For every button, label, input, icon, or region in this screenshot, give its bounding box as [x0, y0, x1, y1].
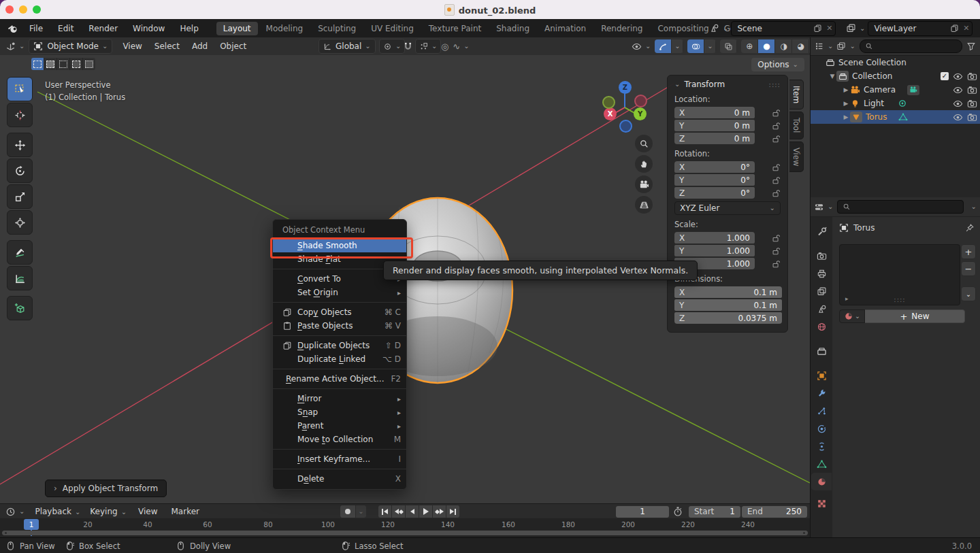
- rotation-y-field[interactable]: Y0°: [674, 174, 755, 186]
- apply-object-transform-panel[interactable]: › Apply Object Transform: [45, 480, 167, 497]
- pan-view-button[interactable]: [635, 155, 653, 173]
- tab-rendering[interactable]: Rendering: [594, 22, 649, 35]
- shading-solid-button[interactable]: ●: [758, 39, 775, 53]
- expand-icon[interactable]: ▶: [842, 100, 850, 107]
- row-collection[interactable]: ▼ Collection ✓: [811, 69, 980, 83]
- remove-viewlayer-icon[interactable]: ✕: [963, 24, 969, 33]
- tab-world-properties[interactable]: [811, 318, 832, 335]
- menu-help[interactable]: Help: [172, 24, 206, 33]
- expand-icon[interactable]: ▶: [842, 86, 850, 93]
- dimensions-x-field[interactable]: X0.1 m: [674, 286, 782, 298]
- tab-modifier-properties[interactable]: [811, 384, 832, 402]
- disable-render-icon[interactable]: [967, 99, 977, 109]
- properties-options-icon[interactable]: ⌄: [971, 204, 977, 210]
- display-mode-dropdown[interactable]: ⌄: [815, 41, 833, 51]
- show-overlays-toggle[interactable]: [687, 39, 704, 53]
- transform-orientation-dropdown[interactable]: Global⌄: [318, 39, 376, 54]
- tab-compositing[interactable]: Compositing: [651, 22, 715, 35]
- panel-title[interactable]: Transform: [684, 80, 725, 89]
- rotation-mode-dropdown[interactable]: XYZ Euler⌄: [674, 201, 781, 215]
- current-frame-field[interactable]: 1: [616, 506, 669, 518]
- tab-object-properties[interactable]: [811, 367, 832, 384]
- location-z-field[interactable]: Z0 m: [674, 133, 755, 144]
- lock-icon[interactable]: [771, 108, 781, 118]
- expand-icon[interactable]: ▸: [845, 295, 849, 302]
- collection-checkbox[interactable]: ✓: [941, 72, 949, 80]
- select-mode-new[interactable]: [31, 58, 44, 70]
- rotation-z-field[interactable]: Z0°: [674, 187, 755, 199]
- tab-texture-paint[interactable]: Texture Paint: [422, 22, 488, 35]
- gizmo-minus-x-axis[interactable]: [634, 95, 647, 107]
- pin-icon[interactable]: [965, 223, 975, 233]
- menu-item-shade-smooth[interactable]: Shade Smooth: [273, 239, 406, 252]
- material-slot-list[interactable]: ▸ ::::: [839, 244, 960, 305]
- tab-constraint-properties[interactable]: [811, 437, 832, 455]
- play-reverse-button[interactable]: [406, 505, 419, 518]
- tool-move[interactable]: [7, 133, 33, 157]
- tab-layout[interactable]: Layout: [216, 22, 258, 35]
- tab-animation[interactable]: Animation: [538, 22, 593, 35]
- new-viewlayer-icon[interactable]: [950, 24, 959, 33]
- expand-icon[interactable]: ▶: [842, 114, 850, 120]
- menu-item-delete[interactable]: DeleteX: [273, 472, 406, 486]
- new-scene-icon[interactable]: [813, 24, 822, 33]
- snap-target-dropdown[interactable]: ⌄: [415, 39, 441, 54]
- menu-keying[interactable]: Keying⌄: [85, 507, 131, 516]
- remove-slot-button[interactable]: −: [961, 261, 976, 276]
- tab-texture-properties[interactable]: [811, 495, 832, 512]
- row-torus[interactable]: ▶ Torus: [811, 110, 980, 124]
- collapse-panel-icon[interactable]: ⌄: [674, 82, 680, 87]
- select-mode-invert[interactable]: [70, 58, 83, 70]
- lock-icon[interactable]: [771, 259, 781, 269]
- row-scene-collection[interactable]: Scene Collection: [811, 56, 980, 69]
- shading-wireframe-button[interactable]: ⊕: [741, 39, 758, 53]
- auto-keying-record-button[interactable]: [340, 505, 355, 518]
- menu-item-paste-objects[interactable]: Paste Objects⌘ V: [273, 319, 406, 333]
- scene-browse-icon[interactable]: ⌄: [709, 23, 728, 33]
- tab-render-properties[interactable]: [811, 247, 832, 265]
- slot-specials-button[interactable]: ⌄: [961, 286, 976, 301]
- overlays-dropdown[interactable]: ⌄: [704, 39, 716, 53]
- tool-add-cube[interactable]: [7, 296, 33, 320]
- tool-transform[interactable]: [7, 210, 33, 235]
- menu-edit[interactable]: Edit: [50, 24, 81, 33]
- gizmo-x-axis[interactable]: X: [604, 107, 617, 120]
- location-y-field[interactable]: Y0 m: [674, 120, 755, 131]
- menu-marker[interactable]: Marker: [165, 507, 206, 516]
- tab-tool[interactable]: Tool: [789, 112, 804, 139]
- tool-annotate[interactable]: [7, 240, 33, 265]
- menu-playback[interactable]: Playback⌄: [30, 507, 85, 516]
- tool-scale[interactable]: [7, 184, 33, 209]
- gizmo-y-axis[interactable]: Y: [634, 107, 647, 120]
- select-mode-intersect[interactable]: [83, 58, 95, 70]
- tab-object-data-properties[interactable]: [811, 455, 832, 473]
- unlink-scene-icon[interactable]: ✕: [826, 24, 832, 33]
- editor-type-icon[interactable]: ⌄: [5, 41, 24, 52]
- menu-select[interactable]: Select: [148, 41, 186, 51]
- tab-sculpting[interactable]: Sculpting: [311, 22, 363, 35]
- scene-name-field[interactable]: Scene ✕: [731, 21, 836, 36]
- scale-y-field[interactable]: Y1.000: [674, 245, 755, 256]
- show-gizmo-toggle[interactable]: [655, 39, 672, 53]
- play-button[interactable]: [419, 505, 432, 518]
- jump-to-end-button[interactable]: [446, 505, 459, 518]
- tab-particle-properties[interactable]: [811, 402, 832, 420]
- pivot-point-dropdown[interactable]: ⌄: [379, 39, 405, 54]
- filter-id-type-dropdown[interactable]: ⌄: [836, 41, 855, 51]
- lock-icon[interactable]: [771, 163, 781, 172]
- lock-icon[interactable]: [771, 175, 781, 185]
- hide-eye-icon[interactable]: [953, 112, 963, 122]
- tab-modeling[interactable]: Modeling: [259, 22, 310, 35]
- show-object-types-icon[interactable]: ⌄: [632, 41, 651, 52]
- tab-output-properties[interactable]: [811, 265, 832, 282]
- row-light[interactable]: ▶ Light: [811, 97, 980, 110]
- hide-eye-icon[interactable]: [953, 85, 963, 95]
- gizmo-minus-y-axis[interactable]: [602, 96, 615, 109]
- lock-icon[interactable]: [771, 233, 781, 243]
- tool-cursor[interactable]: [7, 103, 33, 127]
- frame-start-field[interactable]: Start1: [689, 506, 740, 518]
- tab-tool-properties[interactable]: [811, 222, 832, 240]
- disable-render-icon[interactable]: [967, 112, 977, 122]
- keying-set-dropdown[interactable]: ⌄: [356, 505, 366, 518]
- menu-item-set-origin[interactable]: Set Origin▸: [273, 286, 406, 299]
